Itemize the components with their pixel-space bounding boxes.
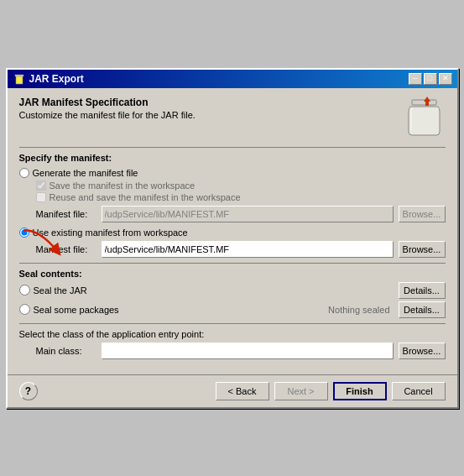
jar-export-window: JAR Export ─ □ ✕ JAR Manifest Specificat… (6, 68, 459, 409)
reuse-manifest-row: Reuse and save the manifest in the works… (36, 192, 446, 202)
bottom-left: ? (19, 382, 38, 400)
header-text: JAR Manifest Specification Customize the… (19, 97, 196, 120)
generate-manifest-row: Generate the manifest file (19, 168, 446, 178)
window-title: JAR Export (29, 73, 84, 85)
seal-jar-label: Seal the JAR (34, 285, 87, 296)
svg-rect-2 (412, 100, 436, 105)
back-button[interactable]: < Back (216, 382, 269, 400)
seal-divider (19, 263, 446, 264)
seal-some-label: Seal some packages (34, 305, 119, 315)
jar-title-icon (13, 72, 26, 86)
generate-manifest-radio[interactable] (19, 168, 29, 178)
bottom-bar: ? < Back Next > Finish Cancel (8, 374, 457, 407)
page-title: JAR Manifest Specification (19, 97, 196, 108)
close-button[interactable]: ✕ (439, 73, 452, 85)
main-class-description: Select the class of the application entr… (19, 329, 446, 339)
seal-contents-label: Seal contents: (19, 269, 446, 279)
manifest-file-row-disabled: Manifest file: Browse... (36, 206, 446, 222)
save-manifest-row: Save the manifest in the workspace (36, 180, 446, 191)
title-buttons: ─ □ ✕ (409, 73, 452, 85)
main-class-input[interactable] (102, 343, 394, 359)
minimize-button[interactable]: ─ (409, 73, 422, 85)
reuse-manifest-label: Reuse and save the manifest in the works… (50, 192, 241, 202)
manifest-file-input-disabled (102, 206, 394, 222)
reuse-manifest-checkbox[interactable] (36, 192, 46, 202)
browse-button-active[interactable]: Browse... (399, 241, 446, 258)
seal-contents-section: Seal contents: Seal the JAR Details... S… (19, 269, 446, 318)
seal-some-radio[interactable] (19, 304, 30, 315)
seal-some-details-button[interactable]: Details... (399, 301, 446, 318)
seal-jar-details-button[interactable]: Details... (399, 282, 446, 299)
save-manifest-label: Save the manifest in the workspace (50, 180, 196, 191)
generate-manifest-label: Generate the manifest file (33, 168, 138, 178)
main-class-browse-button[interactable]: Browse... (399, 343, 446, 359)
nothing-sealed-text: Nothing sealed (123, 305, 395, 315)
manifest-file-label-disabled: Manifest file: (36, 209, 96, 219)
seal-jar-radio[interactable] (19, 285, 30, 296)
content-area: JAR Manifest Specification Customize the… (8, 88, 457, 374)
save-manifest-checkbox[interactable] (36, 180, 46, 191)
main-class-label: Main class: (36, 346, 96, 356)
finish-button[interactable]: Finish (333, 382, 387, 400)
use-existing-manifest-row: Use existing manifest from workspace (19, 228, 446, 238)
jar-icon-large (404, 97, 446, 139)
use-existing-manifest-radio[interactable] (19, 228, 29, 238)
header-section: JAR Manifest Specification Customize the… (19, 97, 446, 139)
main-class-file-row: Main class: Browse... (36, 343, 446, 359)
main-class-section: Select the class of the application entr… (19, 329, 446, 359)
cancel-button[interactable]: Cancel (392, 382, 446, 400)
seal-jar-row: Seal the JAR Details... (19, 282, 446, 299)
main-class-divider (19, 323, 446, 324)
title-bar: JAR Export ─ □ ✕ (8, 70, 457, 88)
svg-marker-3 (424, 97, 430, 102)
svg-rect-4 (425, 102, 429, 106)
seal-some-row: Seal some packages Nothing sealed Detail… (19, 301, 446, 318)
jar-illustration (405, 97, 443, 139)
title-bar-left: JAR Export (13, 72, 84, 86)
page-subtitle: Customize the manifest file for the JAR … (19, 110, 196, 120)
specify-manifest-label: Specify the manifest: (19, 153, 446, 163)
browse-button-disabled: Browse... (399, 206, 446, 222)
use-existing-manifest-label: Use existing manifest from workspace (33, 228, 188, 238)
manifest-file-label-active: Manifest file: (36, 244, 96, 254)
specify-manifest-section: Specify the manifest: Generate the manif… (19, 153, 446, 258)
manifest-file-active-wrapper: Manifest file: Browse... (19, 241, 446, 258)
svg-rect-0 (16, 76, 23, 84)
help-button[interactable]: ? (19, 382, 38, 400)
header-divider (19, 147, 446, 148)
next-button[interactable]: Next > (274, 382, 328, 400)
maximize-button[interactable]: □ (424, 73, 437, 85)
manifest-file-input[interactable] (102, 241, 394, 258)
manifest-file-row-active: Manifest file: Browse... (36, 241, 446, 258)
svg-rect-1 (15, 75, 23, 76)
